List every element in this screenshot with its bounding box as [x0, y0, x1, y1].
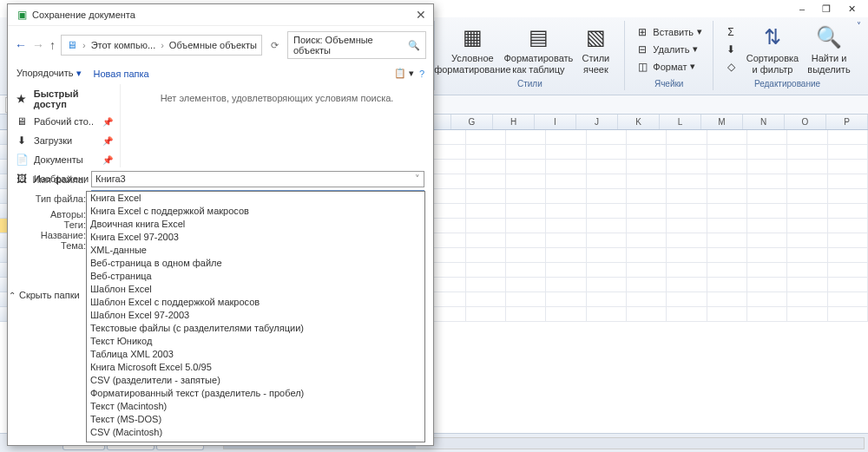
cell[interactable]	[587, 219, 627, 233]
cell[interactable]	[787, 263, 827, 278]
cell[interactable]	[828, 307, 868, 322]
filetype-option[interactable]: Текст Юникод	[87, 335, 424, 348]
column-header[interactable]: O	[785, 115, 826, 129]
cell[interactable]	[506, 292, 546, 307]
cell[interactable]	[506, 189, 546, 204]
cell[interactable]	[787, 189, 827, 204]
cell[interactable]	[546, 145, 586, 160]
cell[interactable]	[707, 263, 747, 278]
cell[interactable]	[707, 189, 747, 204]
cell[interactable]	[828, 145, 868, 160]
cell[interactable]	[587, 278, 627, 292]
cell[interactable]	[747, 160, 787, 174]
column-header[interactable]: K	[618, 115, 660, 129]
cell[interactable]	[466, 145, 506, 160]
filetype-option[interactable]: Форматированный текст (разделитель - про…	[87, 387, 424, 400]
column-header[interactable]: H	[493, 115, 535, 129]
cell[interactable]	[707, 130, 747, 145]
cell[interactable]	[627, 130, 667, 145]
cell[interactable]	[506, 263, 546, 278]
cell[interactable]	[787, 204, 827, 219]
dialog-close-button[interactable]: ✕	[416, 8, 426, 22]
cell[interactable]	[506, 130, 546, 145]
cell[interactable]	[627, 174, 667, 189]
cell[interactable]	[707, 278, 747, 292]
cell[interactable]	[587, 204, 627, 219]
cell[interactable]	[787, 307, 827, 322]
hide-folders-toggle[interactable]: ⌃ Скрыть папки	[9, 290, 80, 300]
cell[interactable]	[747, 278, 787, 292]
cell[interactable]	[787, 233, 827, 248]
cell[interactable]	[707, 292, 747, 307]
column-header[interactable]: J	[576, 115, 618, 129]
cell[interactable]	[747, 219, 787, 233]
cell[interactable]	[667, 189, 707, 204]
refresh-button[interactable]: ⟳	[267, 40, 282, 51]
sidebar-item[interactable]: ★Быстрый доступ	[8, 86, 120, 112]
cell[interactable]	[747, 248, 787, 263]
filetype-option[interactable]: Книга Excel	[87, 192, 424, 205]
cell[interactable]	[466, 160, 506, 174]
folder-tree[interactable]: ★Быстрый доступ🖥Рабочий сто..📌⬇Загрузки📌…	[8, 84, 121, 167]
cell[interactable]	[627, 145, 667, 160]
autosum-button[interactable]: Σ	[720, 24, 741, 40]
minimize-button[interactable]: –	[799, 3, 805, 15]
filetype-option[interactable]: Веб-страница	[87, 270, 424, 283]
cell[interactable]	[747, 292, 787, 307]
cell[interactable]	[707, 204, 747, 219]
filetype-option[interactable]: Шаблон Excel	[87, 283, 424, 296]
cell[interactable]	[587, 189, 627, 204]
cell[interactable]	[587, 263, 627, 278]
cell[interactable]	[747, 233, 787, 248]
filetype-option[interactable]: Двоичная книга Excel	[87, 218, 424, 231]
sort-filter-button[interactable]: ⇅ Сортировка и фильтр	[746, 23, 799, 74]
cell[interactable]	[587, 292, 627, 307]
filetype-option[interactable]: CSV (разделители - запятые)	[87, 374, 424, 387]
cell[interactable]	[667, 292, 707, 307]
cell[interactable]	[587, 130, 627, 145]
cell[interactable]	[828, 248, 868, 263]
cell[interactable]	[506, 248, 546, 263]
cell[interactable]	[466, 219, 506, 233]
cell[interactable]	[667, 174, 707, 189]
cell[interactable]	[667, 233, 707, 248]
maximize-button[interactable]: ❐	[822, 3, 831, 15]
new-folder-button[interactable]: Новая папка	[94, 69, 149, 79]
cell[interactable]	[546, 174, 586, 189]
cell[interactable]	[747, 307, 787, 322]
cell[interactable]	[587, 248, 627, 263]
cell[interactable]	[546, 292, 586, 307]
format-as-table-button[interactable]: ▤ Форматировать как таблицу	[508, 23, 569, 74]
filetype-option[interactable]: Таблица XML 2003	[87, 348, 424, 361]
cell[interactable]	[707, 307, 747, 322]
cell[interactable]	[627, 307, 667, 322]
column-header[interactable]: I	[535, 115, 576, 129]
filetype-option[interactable]: Книга Excel с поддержкой макросов	[87, 205, 424, 218]
filetype-option[interactable]: Книга Microsoft Excel 5.0/95	[87, 361, 424, 374]
cell[interactable]	[587, 160, 627, 174]
cell[interactable]	[627, 219, 667, 233]
cell[interactable]	[546, 219, 586, 233]
cell[interactable]	[828, 189, 868, 204]
filetype-option[interactable]: CSV (Macintosh)	[87, 426, 424, 439]
organize-button[interactable]: Упорядочить ▾	[16, 68, 82, 79]
cell[interactable]	[506, 278, 546, 292]
cell[interactable]	[707, 219, 747, 233]
filetype-option[interactable]: Шаблон Excel с поддержкой макросов	[87, 296, 424, 309]
column-header[interactable]: L	[660, 115, 701, 129]
cell[interactable]	[546, 307, 586, 322]
address-bar[interactable]: 🖥 › Этот компью... › Объемные объекты ˅	[61, 35, 262, 56]
cell[interactable]	[828, 204, 868, 219]
cell[interactable]	[546, 130, 586, 145]
cell[interactable]	[828, 263, 868, 278]
collapse-ribbon-icon[interactable]: ˅	[857, 21, 861, 30]
cell[interactable]	[787, 145, 827, 160]
cell[interactable]	[587, 307, 627, 322]
cell[interactable]	[787, 219, 827, 233]
clear-button[interactable]: ◇	[720, 59, 741, 75]
nav-back-button[interactable]: ←	[15, 38, 27, 52]
cell[interactable]	[466, 307, 506, 322]
cell[interactable]	[667, 160, 707, 174]
cell[interactable]	[587, 233, 627, 248]
filetype-dropdown[interactable]: Книга ExcelКнига Excel с поддержкой макр…	[86, 191, 425, 442]
